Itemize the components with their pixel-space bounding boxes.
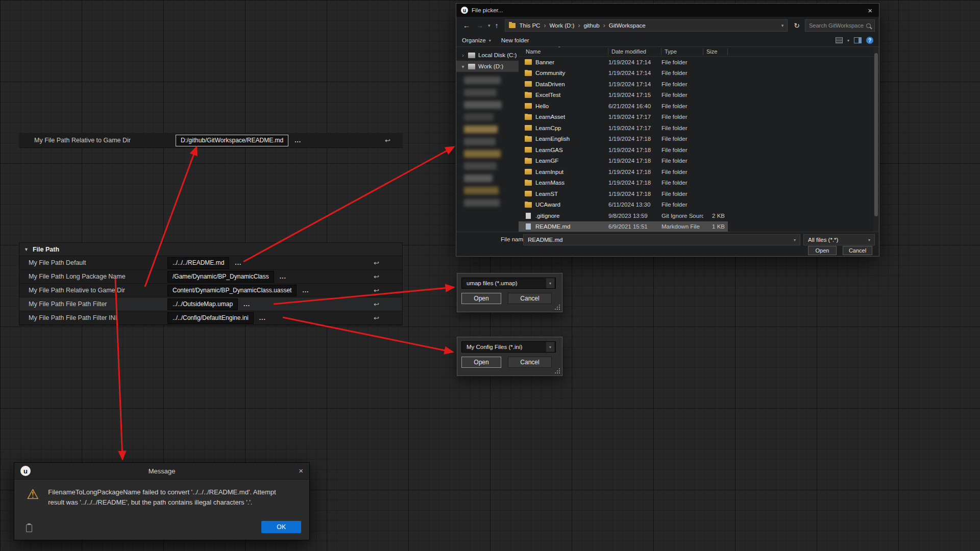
file-type: File folder bbox=[662, 103, 703, 109]
organize-menu[interactable]: Organize ▾ bbox=[462, 37, 491, 43]
file-name: LearnMass bbox=[535, 180, 565, 186]
breadcrumb-separator-icon: › bbox=[603, 22, 605, 29]
chevron-down-icon[interactable]: ▾ bbox=[794, 238, 796, 242]
sidebar-item-local-disk-c[interactable]: › Local Disk (C:) bbox=[456, 49, 519, 61]
details-row[interactable]: My File Path Long Package Name /Game/Dyn… bbox=[19, 270, 402, 284]
file-row[interactable]: LearnCpp 1/19/2024 17:17 File folder bbox=[519, 122, 728, 134]
file-row[interactable]: ExcelTest 1/19/2024 17:15 File folder bbox=[519, 90, 728, 101]
cancel-button[interactable]: Cancel bbox=[508, 357, 552, 368]
file-path-value-box[interactable]: ../../../README.md bbox=[167, 257, 229, 269]
forward-icon[interactable]: → bbox=[474, 21, 486, 30]
file-row[interactable]: LearnInput 1/19/2024 17:18 File folder bbox=[519, 166, 728, 178]
file-path-value-box[interactable]: Content/Dynamic/BP_DynamicClass.uasset bbox=[167, 285, 297, 296]
browse-button[interactable]: ... bbox=[259, 314, 266, 321]
browse-button[interactable]: ... bbox=[243, 300, 250, 308]
cancel-button[interactable]: Cancel bbox=[508, 293, 552, 304]
file-row[interactable]: README.md 6/9/2021 15:51 Markdown File 1… bbox=[519, 221, 728, 233]
file-path-value-box[interactable]: ../../OutsideMap.umap bbox=[167, 298, 238, 310]
new-folder-button[interactable]: New folder bbox=[501, 37, 529, 43]
property-row-relative-game-dir[interactable]: My File Path Relative to Game Dir D:/git… bbox=[19, 133, 403, 148]
file-filter-dropdown[interactable]: My Config Files (*.ini) ▾ bbox=[461, 341, 556, 353]
chevron-right-icon[interactable]: › bbox=[461, 53, 465, 58]
column-header-type[interactable]: Type bbox=[662, 48, 703, 55]
details-row[interactable]: My File Path Relative to Game Dir Conten… bbox=[19, 284, 402, 297]
message-titlebar[interactable]: u Message × bbox=[14, 463, 309, 480]
revert-icon[interactable]: ↩ bbox=[374, 300, 379, 308]
search-box[interactable] bbox=[805, 19, 875, 32]
column-header-size[interactable]: Size bbox=[703, 48, 728, 55]
file-row[interactable]: Community 1/19/2024 17:14 File folder bbox=[519, 68, 728, 79]
refresh-icon[interactable]: ↻ bbox=[791, 21, 802, 30]
open-button[interactable]: Open bbox=[461, 293, 501, 304]
file-row[interactable]: Hello 6/21/2024 16:40 File folder bbox=[519, 101, 728, 112]
preview-pane-icon[interactable] bbox=[854, 37, 862, 43]
file-row[interactable]: LearnST 1/19/2024 17:18 File folder bbox=[519, 188, 728, 199]
breadcrumb-segment[interactable]: github bbox=[583, 22, 599, 29]
close-icon[interactable]: × bbox=[299, 466, 303, 475]
file-path-value-box[interactable]: /Game/Dynamic/BP_DynamicClass bbox=[167, 271, 274, 283]
file-type-dropdown[interactable]: All files (*.*) ▾ bbox=[803, 234, 875, 245]
open-button[interactable]: Open bbox=[808, 246, 837, 255]
view-chevron-icon[interactable]: ▾ bbox=[847, 38, 849, 43]
browse-button[interactable]: ... bbox=[295, 137, 301, 144]
browse-button[interactable]: ... bbox=[235, 259, 241, 266]
file-picker-titlebar[interactable]: u File picker... × bbox=[456, 4, 879, 17]
property-label: My File Path Default bbox=[29, 259, 167, 266]
scrollbar-thumb[interactable] bbox=[874, 53, 878, 216]
sidebar-item-work-d[interactable]: ▾ Work (D:) bbox=[456, 61, 519, 72]
file-row[interactable]: LearnGAS 1/19/2024 17:18 File folder bbox=[519, 144, 728, 156]
details-row[interactable]: My File Path File Path Filter INI ../../… bbox=[19, 311, 402, 325]
file-row[interactable]: DataDriven 1/19/2024 17:14 File folder bbox=[519, 79, 728, 90]
cancel-button[interactable]: Cancel bbox=[843, 246, 872, 255]
up-icon[interactable]: ↑ bbox=[493, 21, 501, 30]
chevron-down-icon[interactable]: ▾ bbox=[546, 342, 554, 352]
revert-icon[interactable]: ↩ bbox=[374, 287, 379, 294]
copy-to-clipboard-icon[interactable] bbox=[26, 524, 32, 532]
file-row[interactable]: LearnEnglish 1/19/2024 17:18 File folder bbox=[519, 134, 728, 145]
file-row[interactable]: Banner 1/19/2024 17:14 File folder bbox=[519, 57, 728, 68]
ok-button[interactable]: OK bbox=[261, 521, 301, 533]
open-button[interactable]: Open bbox=[461, 357, 501, 368]
details-row[interactable]: My File Path File Path Filter ../../Outs… bbox=[19, 297, 402, 311]
back-icon[interactable]: ← bbox=[460, 21, 473, 30]
details-row[interactable]: My File Path Default ../../../README.md … bbox=[19, 256, 402, 270]
file-picker-body: › Local Disk (C:) ▾ Work (D:) bbox=[456, 47, 879, 232]
file-row[interactable]: .gitignore 9/8/2023 13:59 Git Ignore Sou… bbox=[519, 210, 728, 221]
browse-button[interactable]: ... bbox=[302, 287, 309, 294]
file-type: File folder bbox=[662, 125, 703, 131]
chevron-down-icon[interactable]: ▾ bbox=[868, 238, 870, 242]
triangle-down-icon[interactable]: ▼ bbox=[24, 247, 29, 252]
resize-grip[interactable] bbox=[555, 305, 560, 310]
chevron-down-icon[interactable]: ▾ bbox=[546, 278, 554, 288]
chevron-down-icon[interactable]: ▾ bbox=[461, 64, 465, 69]
scrollbar[interactable] bbox=[873, 47, 879, 232]
breadcrumb-segment[interactable]: Work (D:) bbox=[549, 22, 574, 29]
help-icon[interactable]: ? bbox=[866, 37, 873, 44]
breadcrumb-segment[interactable]: This PC bbox=[520, 22, 541, 29]
revert-icon[interactable]: ↩ bbox=[374, 259, 379, 267]
breadcrumb-segment[interactable]: GitWorkspace bbox=[609, 22, 646, 29]
file-path-value-box[interactable]: ../../Config/DefaultEngine.ini bbox=[167, 312, 254, 324]
file-filter-dropdown[interactable]: umap files (*.umap) ▾ bbox=[461, 278, 556, 289]
browse-button[interactable]: ... bbox=[280, 273, 286, 280]
file-row[interactable]: UCAward 6/11/2024 13:30 File folder bbox=[519, 199, 728, 211]
column-header-date-modified[interactable]: Date modified bbox=[608, 48, 662, 55]
search-input[interactable] bbox=[809, 22, 866, 29]
breadcrumb[interactable]: This PC›Work (D:)›github›GitWorkspace ▾ bbox=[505, 19, 788, 32]
change-view-icon[interactable] bbox=[836, 37, 843, 43]
file-row[interactable]: LearnAsset 1/19/2024 17:17 File folder bbox=[519, 112, 728, 123]
revert-icon[interactable]: ↩ bbox=[374, 273, 379, 281]
column-header-name[interactable]: Name bbox=[519, 48, 608, 55]
category-header-file-path[interactable]: ▼ File Path bbox=[19, 243, 402, 256]
file-name-input[interactable]: README.md ▾ bbox=[523, 234, 800, 245]
revert-icon[interactable]: ↩ bbox=[385, 137, 390, 144]
file-path-value-box[interactable]: D:/github/GitWorkspace/README.md bbox=[176, 135, 288, 146]
revert-icon[interactable]: ↩ bbox=[374, 314, 379, 322]
close-icon[interactable]: × bbox=[861, 6, 879, 15]
history-chevron-icon[interactable]: ▾ bbox=[487, 23, 492, 28]
file-type: File folder bbox=[662, 81, 703, 87]
resize-grip[interactable] bbox=[555, 368, 560, 373]
file-row[interactable]: LearnMass 1/19/2024 17:18 File folder bbox=[519, 178, 728, 189]
file-row[interactable]: LearnGF 1/19/2024 17:18 File folder bbox=[519, 156, 728, 167]
chevron-down-icon[interactable]: ▾ bbox=[781, 23, 784, 28]
